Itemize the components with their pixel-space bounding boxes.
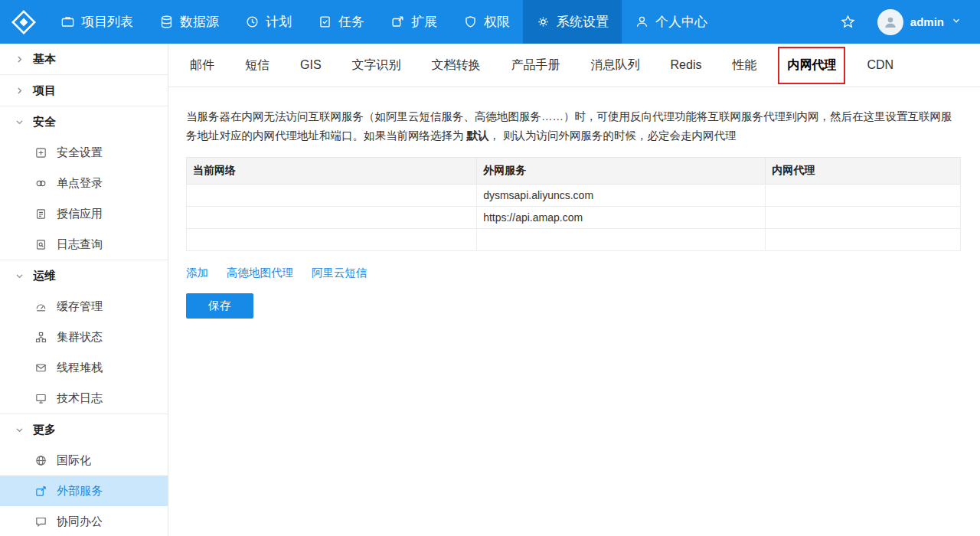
nav-item-label: 个人中心 (655, 13, 707, 31)
collaboration-icon (34, 515, 47, 528)
save-button[interactable]: 保存 (186, 293, 253, 319)
sidebar-item-security-settings[interactable]: 安全设置 (0, 137, 168, 168)
proxy-table: 当前网络 外网服务 内网代理 dysmsapi.aliyuncs.com htt… (186, 157, 961, 251)
tab-cdn[interactable]: CDN (867, 58, 893, 72)
sidebar-item-label: 缓存管理 (57, 299, 103, 314)
sidebar-item-tech-log[interactable]: 技术日志 (0, 383, 168, 413)
sidebar-item-label: 国际化 (57, 453, 91, 468)
proxy-description: 当服务器在内网无法访问互联网服务（如阿里云短信服务、高德地图服务……）时，可使用… (186, 107, 961, 145)
tech-log-icon (34, 392, 47, 405)
group-label: 安全 (33, 115, 56, 129)
sidebar-group-header-more[interactable]: 更多 (0, 414, 168, 445)
favorite-star-icon[interactable] (823, 0, 873, 44)
cluster-icon (34, 331, 47, 344)
chevron-down-icon (15, 117, 24, 127)
cell-current-network[interactable] (187, 207, 477, 229)
column-header-external-service: 外网服务 (477, 158, 766, 185)
sidebar-group-ops: 运维 缓存管理 集群状态 线程堆栈 技术日志 (0, 260, 168, 414)
nav-item-label: 数据源 (180, 13, 219, 31)
tab-redis[interactable]: Redis (671, 58, 702, 72)
nav-item-tasks[interactable]: 任务 (305, 0, 377, 44)
sidebar-item-collaboration[interactable]: 协同办公 (0, 506, 168, 536)
sidebar-group-header-project[interactable]: 项目 (0, 75, 168, 106)
tab-performance[interactable]: 性能 (732, 57, 756, 74)
sidebar-item-thread-stack[interactable]: 线程堆栈 (0, 352, 168, 383)
cell-intranet-proxy[interactable] (766, 185, 961, 207)
sidebar-item-external-services[interactable]: 外部服务 (0, 476, 168, 506)
table-header-row: 当前网络 外网服务 内网代理 (187, 158, 961, 185)
sidebar-item-label: 安全设置 (57, 145, 103, 160)
chevron-down-icon (951, 15, 962, 29)
add-link[interactable]: 添加 (186, 266, 208, 280)
group-label: 基本 (33, 52, 56, 67)
task-icon (318, 15, 332, 29)
amap-proxy-link[interactable]: 高德地图代理 (227, 266, 293, 280)
sidebar-item-log-query[interactable]: 日志查询 (0, 229, 168, 260)
top-navbar: 项目列表 数据源 计划 任务 扩展 权限 系统设置 (0, 0, 980, 44)
tab-mail[interactable]: 邮件 (190, 57, 214, 74)
sidebar-item-label: 集群状态 (57, 330, 103, 345)
sidebar-item-i18n[interactable]: 国际化 (0, 445, 168, 476)
tab-sms[interactable]: 短信 (245, 57, 270, 74)
gear-icon (536, 15, 550, 29)
sidebar-item-sso[interactable]: 单点登录 (0, 168, 168, 198)
cell-current-network[interactable] (187, 185, 477, 207)
nav-item-profile[interactable]: 个人中心 (622, 0, 720, 44)
chevron-down-icon (15, 425, 24, 435)
cell-current-network[interactable] (187, 229, 477, 251)
cell-external-service[interactable]: https://api.amap.com (477, 207, 766, 229)
database-icon (159, 15, 174, 29)
tab-message-queue[interactable]: 消息队列 (591, 57, 640, 74)
settings-sidebar: 基本 项目 安全 安全设置 单点登录 授信应用 (0, 44, 168, 536)
nav-item-datasource[interactable]: 数据源 (146, 0, 232, 44)
sidebar-item-label: 外部服务 (57, 484, 103, 498)
sidebar-item-cache-management[interactable]: 缓存管理 (0, 291, 168, 322)
i18n-icon (34, 454, 47, 467)
tab-content: 当服务器在内网无法访问互联网服务（如阿里云短信服务、高德地图服务……）时，可使用… (168, 87, 980, 319)
clock-icon (245, 15, 260, 29)
sidebar-item-label: 技术日志 (57, 391, 103, 406)
cell-intranet-proxy[interactable] (766, 207, 961, 229)
table-row: https://api.amap.com (187, 207, 961, 229)
sidebar-group-basic: 基本 (0, 44, 168, 75)
nav-item-plan[interactable]: 计划 (232, 0, 305, 44)
tab-doc-convert[interactable]: 文档转换 (432, 57, 481, 74)
chevron-right-icon (15, 86, 24, 96)
tab-gis[interactable]: GIS (300, 58, 322, 72)
sidebar-item-label: 日志查询 (57, 237, 103, 252)
table-row: dysmsapi.aliyuncs.com (187, 185, 961, 207)
cell-intranet-proxy[interactable] (766, 229, 961, 251)
nav-item-project-list[interactable]: 项目列表 (47, 0, 146, 44)
sidebar-item-trusted-apps[interactable]: 授信应用 (0, 198, 168, 229)
cell-external-service[interactable] (477, 229, 766, 251)
avatar (877, 9, 903, 35)
table-row (187, 229, 961, 251)
nav-item-label: 权限 (484, 13, 510, 31)
tab-product-manual[interactable]: 产品手册 (511, 57, 560, 74)
trusted-app-icon (34, 208, 47, 221)
chevron-down-icon (15, 271, 24, 281)
nav-item-extensions[interactable]: 扩展 (377, 0, 450, 44)
group-label: 更多 (33, 423, 56, 437)
sidebar-item-cluster-status[interactable]: 集群状态 (0, 322, 168, 352)
cell-external-service[interactable]: dysmsapi.aliyuncs.com (477, 185, 766, 207)
sidebar-group-header-security[interactable]: 安全 (0, 106, 168, 137)
user-menu[interactable]: admin (873, 0, 980, 44)
sidebar-group-header-basic[interactable]: 基本 (0, 44, 168, 74)
nav-item-label: 系统设置 (557, 13, 609, 31)
sso-icon (34, 177, 47, 190)
aliyun-sms-link[interactable]: 阿里云短信 (312, 266, 368, 280)
sidebar-group-more: 更多 国际化 外部服务 协同办公 (0, 414, 168, 536)
tab-intranet-proxy[interactable]: 内网代理 (778, 47, 845, 84)
external-services-icon (34, 485, 47, 498)
nav-item-label: 扩展 (411, 13, 437, 31)
username-label: admin (910, 15, 944, 28)
nav-item-permissions[interactable]: 权限 (450, 0, 523, 44)
nav-item-label: 计划 (266, 13, 292, 31)
nav-item-label: 项目列表 (81, 13, 133, 31)
tab-ocr[interactable]: 文字识别 (352, 57, 401, 74)
nav-item-system-settings[interactable]: 系统设置 (523, 0, 622, 44)
group-label: 运维 (33, 269, 56, 283)
sidebar-group-security: 安全 安全设置 单点登录 授信应用 日志查询 (0, 106, 168, 260)
sidebar-group-header-ops[interactable]: 运维 (0, 260, 168, 291)
